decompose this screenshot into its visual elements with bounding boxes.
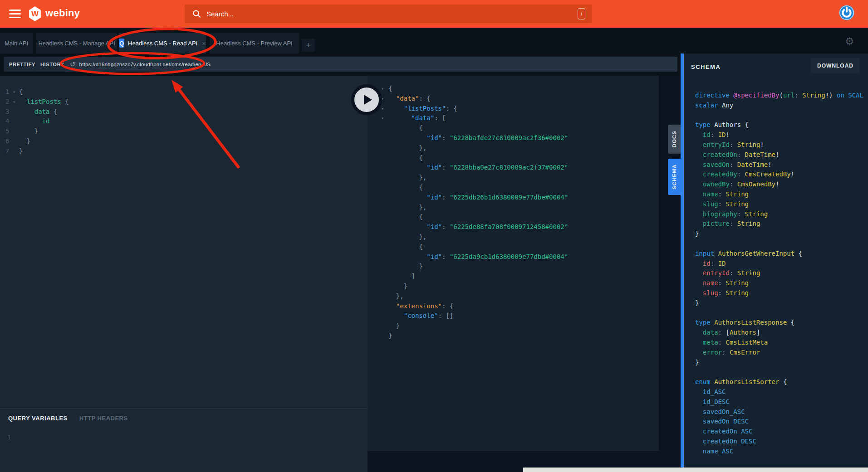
power-logo-icon[interactable] bbox=[839, 5, 854, 20]
code-line: }, bbox=[381, 232, 659, 242]
slash-shortcut-badge: / bbox=[578, 8, 585, 19]
tab-headless-cms-manage-api[interactable]: Headless CMS - Manage API bbox=[36, 33, 117, 54]
tab-headless-cms-preview-api[interactable]: Headless CMS - Preview API bbox=[210, 33, 299, 54]
fold-spacer bbox=[381, 262, 388, 272]
tab-label: Headless CMS - Preview API bbox=[216, 40, 292, 47]
variables-line-number: 1 bbox=[7, 434, 368, 441]
fold-spacer bbox=[381, 232, 388, 242]
code-line: "id": "6225db26b1d6380009e77dbe#0004" bbox=[381, 193, 659, 203]
graphql-playground-window: W webiny / Main API Headless CMS - Manag… bbox=[0, 0, 868, 472]
webiny-wordmark[interactable]: webiny bbox=[45, 7, 80, 19]
fold-spacer bbox=[13, 136, 19, 146]
fold-spacer bbox=[381, 212, 388, 222]
gear-icon[interactable]: ⚙ bbox=[845, 35, 854, 47]
code-line: directive @specifiedBy(url: String!) on … bbox=[695, 91, 868, 101]
fold-arrow-icon[interactable]: ▾ bbox=[381, 104, 388, 114]
code-line: { bbox=[381, 153, 659, 163]
code-line: error: CmsError bbox=[695, 348, 868, 358]
code-line: }, bbox=[381, 292, 659, 302]
code-line: id_ASC bbox=[695, 387, 868, 397]
download-button[interactable]: DOWNLOAD bbox=[811, 58, 860, 73]
code-line: { bbox=[381, 212, 659, 222]
fold-spacer bbox=[381, 242, 388, 252]
code-line: enum AuthorsListSorter { bbox=[695, 377, 868, 387]
line-number: 5 bbox=[5, 127, 13, 136]
query-editor-pane: 1▾{2▾ listPosts {3 data {4 id5 }6 }7} QU… bbox=[0, 76, 368, 472]
code-line: input AuthorsGetWhereInput { bbox=[695, 249, 868, 259]
play-icon bbox=[364, 95, 372, 105]
code-line: slug: String bbox=[695, 288, 868, 298]
search-input[interactable] bbox=[206, 10, 592, 18]
code-line: ▾{ bbox=[381, 84, 659, 94]
code-line: } bbox=[695, 358, 868, 368]
code-line: "console": [] bbox=[381, 311, 659, 321]
code-line: savedOn_ASC bbox=[695, 407, 868, 417]
fold-spacer bbox=[13, 146, 19, 156]
fold-spacer bbox=[381, 302, 388, 311]
fold-spacer bbox=[381, 143, 388, 153]
code-line: "id": "6228bba0e27c810009ac2f37#0002" bbox=[381, 163, 659, 173]
code-line: savedOn: DateTime! bbox=[695, 160, 868, 170]
fold-spacer bbox=[13, 127, 19, 136]
tab-http-headers[interactable]: HTTP HEADERS bbox=[79, 415, 128, 422]
add-tab-button[interactable]: + bbox=[302, 39, 315, 52]
webiny-logo[interactable]: W bbox=[29, 6, 41, 21]
code-line: 2▾ listPosts { bbox=[5, 97, 368, 107]
code-line: scalar Any bbox=[695, 101, 868, 111]
fold-arrow-icon[interactable]: ▾ bbox=[381, 113, 388, 123]
code-line: type Authors { bbox=[695, 120, 868, 130]
docs-tab-vertical[interactable]: DOCS bbox=[668, 125, 681, 154]
fold-spacer bbox=[381, 272, 388, 282]
fold-arrow-icon[interactable]: ▾ bbox=[381, 94, 388, 104]
fold-arrow-icon[interactable]: ▾ bbox=[13, 97, 19, 107]
schema-panel: SCHEMA DOWNLOAD directive @specifiedBy(u… bbox=[684, 54, 868, 472]
search-bar[interactable]: / bbox=[185, 5, 592, 23]
code-line: id: ID! bbox=[695, 130, 868, 140]
variables-section: QUERY VARIABLES HTTP HEADERS 1 bbox=[0, 408, 368, 472]
code-line: }, bbox=[381, 173, 659, 183]
code-line: 6 } bbox=[5, 136, 368, 146]
schema-tab-label: SCHEMA bbox=[672, 164, 677, 190]
horizontal-scrollbar[interactable] bbox=[523, 467, 868, 472]
fold-spacer bbox=[381, 203, 388, 213]
code-line: ownedBy: CmsOwnedBy! bbox=[695, 180, 868, 190]
fold-spacer bbox=[381, 193, 388, 203]
app-header: W webiny / bbox=[0, 0, 868, 28]
schema-panel-divider[interactable] bbox=[681, 54, 684, 472]
code-line bbox=[695, 239, 868, 249]
schema-tab-vertical[interactable]: SCHEMA bbox=[668, 159, 681, 195]
history-button[interactable]: HISTORY bbox=[35, 57, 70, 72]
execute-query-button[interactable] bbox=[351, 84, 382, 115]
line-number: 7 bbox=[5, 146, 13, 156]
tab-headless-cms-read-api[interactable]: Q Headless CMS - Read API × bbox=[119, 33, 206, 54]
endpoint-url-bar[interactable]: ↺ https://d16nhgqznszc7v.cloudfront.net/… bbox=[65, 57, 677, 72]
query-editor[interactable]: 1▾{2▾ listPosts {3 data {4 id5 }6 }7} bbox=[0, 76, 368, 156]
code-line: 3 data { bbox=[5, 107, 368, 117]
code-line bbox=[695, 111, 868, 121]
code-line: 5 } bbox=[5, 127, 368, 136]
line-number: 4 bbox=[5, 117, 13, 127]
schema-content[interactable]: directive @specifiedBy(url: String!) on … bbox=[684, 74, 868, 456]
code-line: data: [Authors] bbox=[695, 328, 868, 338]
code-line: ▾ "data": [ bbox=[381, 113, 659, 123]
code-line: }, bbox=[381, 203, 659, 213]
fold-arrow-icon[interactable]: ▾ bbox=[381, 84, 388, 94]
search-icon bbox=[192, 10, 201, 18]
code-line: } bbox=[381, 282, 659, 292]
fold-spacer bbox=[381, 222, 388, 232]
code-line bbox=[695, 308, 868, 318]
close-tab-icon[interactable]: × bbox=[202, 39, 206, 47]
code-line: biography: String bbox=[695, 209, 868, 219]
hamburger-menu-icon[interactable] bbox=[9, 10, 21, 18]
fold-spacer bbox=[381, 252, 388, 262]
tab-label: Main API bbox=[5, 40, 28, 47]
tab-query-variables[interactable]: QUERY VARIABLES bbox=[8, 415, 68, 422]
response-viewer[interactable]: ▾{▾ "data": {▾ "listPosts": {▾ "data": [… bbox=[368, 76, 659, 341]
code-line: ] bbox=[381, 272, 659, 282]
code-line: 1▾{ bbox=[5, 87, 368, 97]
fold-spacer bbox=[381, 321, 388, 331]
code-line: ▾ "listPosts": { bbox=[381, 104, 659, 114]
tab-main-api[interactable]: Main API bbox=[0, 33, 33, 54]
code-line: createdOn_ASC bbox=[695, 427, 868, 437]
fold-arrow-icon[interactable]: ▾ bbox=[13, 87, 19, 97]
